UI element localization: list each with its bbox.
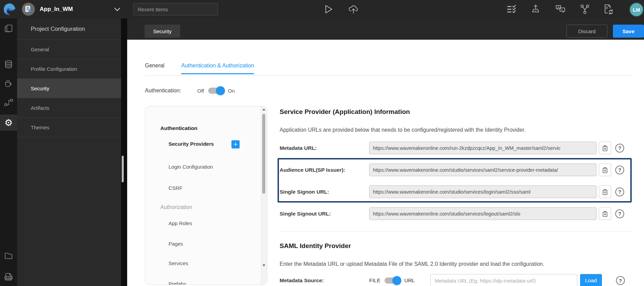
field-row-single-signout-url-: Single Signout URL:? (280, 207, 632, 220)
project-config-panel: Project Configuration GeneralProfile Con… (17, 18, 121, 286)
avatar[interactable]: LM (629, 2, 644, 17)
saml-idp-description: Enter the Metadata URL or upload Metadat… (280, 261, 544, 267)
svg-text:A: A (558, 5, 560, 9)
file-label: FILE (369, 277, 380, 284)
authentication-toggle-row: Authentication: Off On (145, 85, 235, 96)
scroll-up-icon[interactable] (263, 108, 265, 110)
discard-button[interactable]: Discard (566, 25, 607, 38)
vcs-branch-icon[interactable] (580, 4, 590, 14)
field-row-metadata-url-: Metadata URL:? (280, 142, 632, 154)
field-label: Metadata URL: (280, 145, 369, 151)
pages-icon[interactable] (0, 21, 17, 36)
svg-text:LOG: LOG (6, 277, 11, 279)
load-button[interactable]: Load (580, 274, 602, 286)
top-bar: App_In_WM A x (0, 0, 644, 18)
toggle-on-label: On (228, 88, 235, 94)
help-icon[interactable]: ? (615, 166, 624, 174)
save-button[interactable]: Save (613, 25, 644, 38)
metadata-source-row: Metadata Source: FILE URL Load ? (280, 274, 625, 286)
menu-item-themes[interactable]: Themes (17, 118, 121, 137)
field-label: Audience URL(SP Issuer): (280, 167, 369, 173)
recent-items-input[interactable] (133, 3, 218, 15)
help-icon[interactable]: ? (616, 276, 625, 285)
help-icon[interactable]: ? (615, 144, 624, 153)
authentication-label: Authentication: (145, 88, 197, 94)
url-value-input[interactable] (369, 185, 596, 198)
deploy-cloud-icon[interactable] (348, 4, 359, 14)
nav-csrf[interactable]: CSRF (169, 185, 183, 191)
panel-divider-strip (121, 18, 127, 286)
run-icon[interactable] (324, 4, 333, 14)
copy-icon[interactable] (599, 142, 611, 154)
nav-scrollbar[interactable] (261, 106, 267, 285)
menu-item-general[interactable]: General (17, 40, 121, 59)
file-sync-icon[interactable] (603, 4, 613, 14)
metadata-url-input[interactable] (430, 274, 577, 286)
nav-app-roles[interactable]: App Roles (169, 220, 192, 226)
java-services-icon[interactable] (0, 75, 17, 91)
metadata-source-label: Metadata Source: (280, 277, 369, 284)
chevron-down-icon[interactable] (114, 7, 120, 11)
settings-icon[interactable]: ⚙ (0, 115, 17, 131)
nav-security-providers[interactable]: Security Providers (169, 141, 214, 147)
security-nav-panel: AuthenticationSecurity Providers+Login C… (145, 106, 267, 285)
scrollbar-thumb[interactable] (262, 114, 265, 194)
add-security-provider-button[interactable]: + (231, 140, 240, 148)
translate-icon[interactable]: A x (555, 4, 566, 14)
menu-item-artifacts[interactable]: Artifacts (17, 98, 121, 118)
copy-icon[interactable] (599, 207, 611, 220)
section-divider (280, 232, 632, 232)
security-tabs: GeneralAuthentication & Authorization (145, 63, 254, 74)
field-label: Single Signon URL: (280, 189, 369, 195)
tab-general[interactable]: General (145, 63, 164, 74)
field-row-audience-url-sp-issuer-: Audience URL(SP Issuer):? (280, 164, 632, 176)
nav-services[interactable]: Services (169, 260, 188, 266)
metadata-source-switch[interactable] (385, 276, 400, 285)
copy-icon[interactable] (599, 185, 611, 198)
nav-prefabs[interactable]: Prefabs (169, 281, 186, 285)
nav-login-configuration[interactable]: Login Configuration (169, 164, 213, 170)
wavemaker-logo[interactable] (3, 2, 16, 16)
saml-idp-title: SAML Identity Provider (280, 242, 351, 250)
tab-authentication-authorization[interactable]: Authentication & Authorization (181, 63, 254, 74)
app-name: App_In_WM (40, 0, 73, 18)
app-icon[interactable] (22, 3, 35, 16)
project-config-title: Project Configuration (17, 18, 121, 40)
apis-icon[interactable] (0, 94, 17, 110)
checklist-icon[interactable] (507, 4, 517, 14)
menu-item-security[interactable]: Security (17, 79, 121, 98)
url-value-input[interactable] (369, 142, 596, 154)
tabs-underline (145, 76, 632, 76)
svg-text:x: x (561, 8, 563, 11)
menu-item-profile-configuration[interactable]: Profile Configuration (17, 59, 121, 79)
database-icon[interactable] (0, 56, 17, 72)
export-icon[interactable] (531, 4, 541, 14)
nav-authorization: Authorization (160, 204, 192, 210)
help-icon[interactable]: ? (615, 209, 624, 218)
left-icon-rail: ⚙ LOG (0, 18, 17, 286)
sp-info-description: Application URLs are provided below that… (280, 127, 526, 133)
url-value-input[interactable] (369, 164, 596, 176)
scroll-down-icon[interactable] (263, 264, 265, 266)
copy-icon[interactable] (599, 164, 611, 176)
url-value-input[interactable] (369, 207, 596, 220)
nav-pages[interactable]: Pages (169, 241, 183, 247)
url-label: URL (404, 277, 415, 284)
sp-info-title: Service Provider (Application) Informati… (280, 108, 410, 116)
help-icon[interactable]: ? (615, 187, 624, 196)
panel-scrollbar[interactable] (122, 156, 124, 182)
field-row-single-signon-url-: Single Signon URL:? (280, 185, 632, 198)
folder-icon[interactable] (0, 248, 17, 263)
toggle-off-label: Off (197, 88, 204, 94)
nav-authentication: Authentication (160, 125, 198, 131)
log-icon[interactable]: LOG (0, 269, 17, 285)
field-label: Single Signout URL: (280, 211, 369, 217)
authentication-switch[interactable] (208, 86, 224, 95)
security-header-tab[interactable]: Security (145, 25, 180, 38)
